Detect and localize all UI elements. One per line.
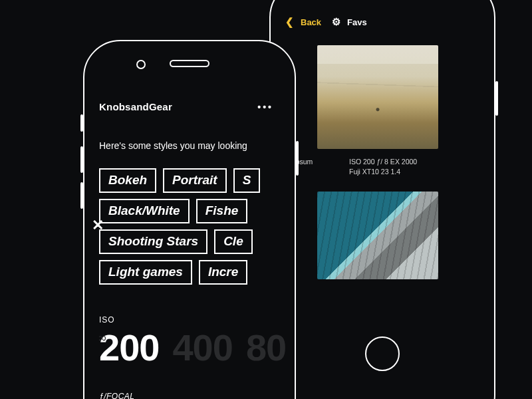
phone-front-side-buttons	[80, 114, 83, 218]
chevron-left-icon[interactable]: ❮	[285, 16, 294, 28]
tag-light-games[interactable]: Light games	[99, 260, 192, 285]
tag-shooting-stars[interactable]: Shooting Stars	[99, 229, 207, 254]
tag-bokeh[interactable]: Bokeh	[99, 168, 156, 193]
styles-subhead: Here's some styles you may looking	[99, 140, 295, 151]
close-icon[interactable]: ✕	[92, 217, 104, 234]
back-nav-bar: ❮ Back ⚙ Favs	[285, 16, 479, 28]
back-button[interactable]: Back	[301, 17, 321, 27]
tag-portrait[interactable]: Portrait	[163, 168, 227, 193]
favs-button[interactable]: Favs	[347, 17, 367, 27]
iso-label: ISO	[99, 315, 295, 325]
photo-card-2[interactable]	[285, 192, 479, 279]
iso-value-next-1[interactable]: 400	[172, 326, 232, 369]
tag-fisheye-truncated[interactable]: Fishe	[196, 199, 248, 223]
volume-up-button	[80, 146, 83, 173]
tag-black-white[interactable]: Black/White	[99, 199, 190, 223]
mute-switch	[80, 114, 83, 132]
phone-frame-front: KnobsandGear ••• Here's some styles you …	[83, 40, 296, 399]
screen-front: KnobsandGear ••• Here's some styles you …	[99, 101, 295, 399]
volume-down-button	[80, 182, 83, 209]
infinity-icon: ∞	[99, 331, 106, 345]
tag-truncated-s[interactable]: S	[233, 168, 261, 193]
style-tags: Bokeh Portrait S Black/White Fishe Shoot…	[99, 168, 295, 285]
photo-thumbnail-city[interactable]	[317, 192, 438, 279]
more-icon[interactable]: •••	[257, 102, 273, 112]
iso-picker[interactable]: ∞ ISO 200 400 80	[99, 315, 295, 369]
screen-back: ❮ Back ⚙ Favs n Ipsum ISO 200 ƒ/ 8 EX 20…	[285, 16, 479, 351]
app-header: KnobsandGear •••	[99, 101, 295, 112]
photo-thumbnail-landscape[interactable]	[317, 45, 438, 149]
iso-value-selected[interactable]: 200	[99, 326, 159, 369]
tag-cle-truncated[interactable]: Cle	[214, 229, 253, 254]
focal-label: ƒ/FOCAL	[99, 392, 295, 399]
app-title: KnobsandGear	[99, 101, 172, 112]
gear-icon[interactable]: ⚙	[332, 16, 340, 28]
phone-front-power-button	[296, 141, 299, 176]
photo-caption-right: ISO 200 ƒ/ 8 EX 2000 Fuji XT10 23 1.4	[349, 157, 417, 177]
phone-frame-back: ❮ Back ⚙ Favs n Ipsum ISO 200 ƒ/ 8 EX 20…	[269, 0, 495, 399]
photo-card-1[interactable]: n Ipsum ISO 200 ƒ/ 8 EX 2000 Fuji XT10 2…	[285, 45, 479, 177]
photo-caption-row: n Ipsum ISO 200 ƒ/ 8 EX 2000 Fuji XT10 2…	[288, 157, 479, 177]
iso-value-next-2[interactable]: 80	[246, 326, 286, 369]
phone-back-side-button	[495, 81, 498, 116]
tag-incre-truncated[interactable]: Incre	[199, 260, 247, 285]
